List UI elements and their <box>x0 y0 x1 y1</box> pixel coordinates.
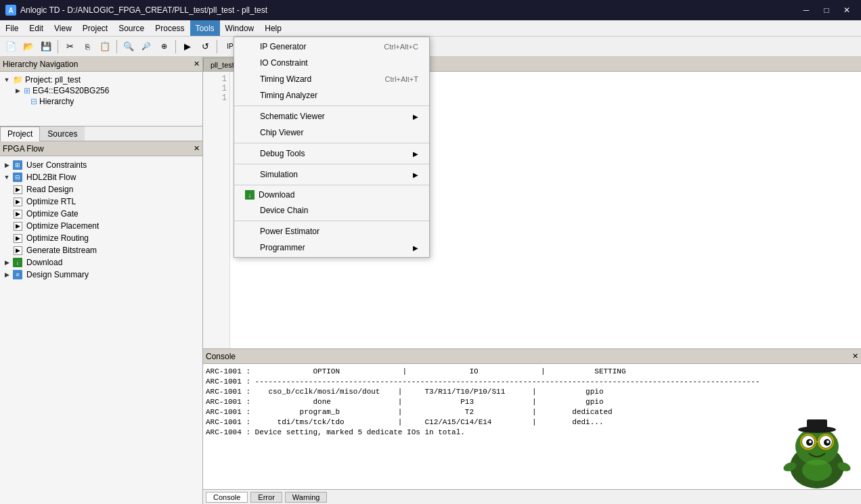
menu-project[interactable]: Project <box>77 20 113 36</box>
timing-wizard-label: Timing Wizard <box>260 74 311 84</box>
hierarchy-nav-close[interactable]: ✕ <box>194 60 200 68</box>
menu-item-download-left: ↓ Download <box>245 190 294 200</box>
hier-icon: ⊟ <box>30 97 37 106</box>
menu-item-schematic-viewer-left: Schematic Viewer <box>245 111 325 122</box>
menu-item-io-constraint[interactable]: IO Constraint <box>234 55 429 71</box>
menu-sep-5 <box>234 221 429 221</box>
generate-bitstream-icon: ▶ <box>14 246 22 255</box>
menu-sep-4 <box>234 185 429 185</box>
hdl2bit-label: HDL2Bit Flow <box>26 173 76 182</box>
expand-user-constraints: ▶ <box>3 162 11 168</box>
flow-optimize-gate[interactable]: ▶ Optimize Gate <box>0 208 202 220</box>
device-chain-icon <box>245 205 256 216</box>
console-tab-console[interactable]: Console <box>206 492 248 503</box>
menu-item-debug-tools[interactable]: Debug Tools ▶ <box>234 145 429 162</box>
read-design-icon: ▶ <box>14 185 22 194</box>
flow-design-summary[interactable]: ▶ ≡ Design Summary <box>0 269 202 281</box>
toolbar-new[interactable]: 📄 <box>3 39 19 55</box>
toolbar-save[interactable]: 💾 <box>38 39 54 55</box>
title-bar-left: A Anlogic TD - D:/ANLOGIC_FPGA_CREAT/PLL… <box>5 5 267 16</box>
simulation-label: Simulation <box>260 170 298 179</box>
menu-edit[interactable]: Edit <box>24 20 49 36</box>
menu-item-download[interactable]: ↓ Download <box>234 187 429 202</box>
console-line-4: ARC-1001 : done | P13 | gpio <box>206 397 858 407</box>
console-line-7: ARC-1004 : Device setting, marked 5 dedi… <box>206 428 858 438</box>
close-button[interactable]: ✕ <box>838 3 856 17</box>
menu-item-chip-viewer[interactable]: Chip Viewer <box>234 124 429 141</box>
toolbar-sep4 <box>217 40 217 53</box>
editor-line-numbers: 1 1 1 <box>203 72 230 348</box>
simulation-arrow: ▶ <box>413 171 418 179</box>
chip-viewer-label: Chip Viewer <box>260 128 303 137</box>
menu-window[interactable]: Window <box>220 20 260 36</box>
expand-download: ▶ <box>3 259 11 266</box>
generate-bitstream-label: Generate Bitstream <box>26 246 97 255</box>
console-tab-error[interactable]: Error <box>250 492 282 503</box>
menu-item-ip-generator[interactable]: IP Generator Ctrl+Alt+C <box>234 39 429 55</box>
menu-source[interactable]: Source <box>113 20 150 36</box>
tabs-row: Project Sources <box>0 127 202 141</box>
hier-label: Hierarchy <box>39 97 74 106</box>
tree-hierarchy[interactable]: ⊟ Hierarchy <box>0 96 202 107</box>
menu-item-programmer[interactable]: Programmer ▶ <box>234 239 429 256</box>
user-constraints-label: User Constraints <box>26 160 87 170</box>
menu-sep-1 <box>234 106 429 106</box>
flow-hdl2bit[interactable]: ▼ ⊟ HDL2Bit Flow <box>0 171 202 183</box>
download-label: Download <box>26 258 62 267</box>
flow-download[interactable]: ▶ ↓ Download <box>0 256 202 269</box>
toolbar-search[interactable]: 🔍 <box>120 39 137 55</box>
io-constraint-icon <box>245 58 256 68</box>
flow-user-constraints[interactable]: ▶ ⊞ User Constraints <box>0 159 202 171</box>
timing-analyzer-icon <box>245 90 256 101</box>
toolbar-paste[interactable]: 📋 <box>97 39 113 55</box>
menu-item-power-estimator[interactable]: Power Estimator <box>234 223 429 239</box>
menu-item-schematic-viewer[interactable]: Schematic Viewer ▶ <box>234 108 429 124</box>
toolbar-run[interactable]: ▶ <box>179 39 196 55</box>
chip-label: EG4::EG4S20BG256 <box>32 86 109 95</box>
optimize-rtl-icon: ▶ <box>14 198 22 206</box>
tab-sources[interactable]: Sources <box>40 127 85 141</box>
maximize-button[interactable]: □ <box>818 3 835 17</box>
flow-read-design[interactable]: ▶ Read Design <box>0 183 202 196</box>
menu-tools[interactable]: Tools <box>190 20 220 36</box>
menu-item-timing-analyzer[interactable]: Timing Analyzer <box>234 87 429 104</box>
tab-project[interactable]: Project <box>0 127 40 141</box>
toolbar-refresh[interactable]: ↺ <box>197 39 213 55</box>
menu-file[interactable]: File <box>0 20 24 36</box>
menu-item-simulation[interactable]: Simulation ▶ <box>234 166 429 183</box>
fpga-flow-content: ▶ ⊞ User Constraints ▼ ⊟ HDL2Bit Flow ▶ … <box>0 156 202 283</box>
tree-chip[interactable]: ▶ ⊞ EG4::EG4S20BG256 <box>0 85 202 96</box>
menu-item-timing-wizard[interactable]: Timing Wizard Ctrl+Alt+T <box>234 71 429 87</box>
hierarchy-navigation: Hierarchy Navigation ✕ ▼ 📁 Project: pll_… <box>0 57 202 127</box>
console-line-5: ARC-1001 : program_b | T2 | dedicated <box>206 407 858 417</box>
read-design-label: Read Design <box>26 185 73 194</box>
menu-item-chip-viewer-left: Chip Viewer <box>245 127 303 138</box>
toolbar-search2[interactable]: 🔎 <box>138 39 154 55</box>
tree-project-root[interactable]: ▼ 📁 Project: pll_test <box>0 74 202 85</box>
menu-item-timing-wizard-left: Timing Wizard <box>245 74 311 85</box>
toolbar-cut[interactable]: ✂ <box>62 39 78 55</box>
minimize-button[interactable]: ─ <box>797 3 815 17</box>
flow-optimize-routing[interactable]: ▶ Optimize Routing <box>0 232 202 244</box>
flow-generate-bitstream[interactable]: ▶ Generate Bitstream <box>0 244 202 256</box>
fpga-flow-close[interactable]: ✕ <box>194 144 200 153</box>
optimize-routing-label: Optimize Routing <box>26 233 89 243</box>
timing-wizard-icon <box>245 74 256 85</box>
toolbar-open[interactable]: 📂 <box>20 39 37 55</box>
hierarchy-nav-header: Hierarchy Navigation ✕ <box>0 57 202 72</box>
menu-item-device-chain[interactable]: Device Chain <box>234 202 429 219</box>
download-icon: ↓ <box>13 258 22 267</box>
console-tab-warning[interactable]: Warning <box>285 492 328 503</box>
console-close[interactable]: ✕ <box>852 352 858 361</box>
expand-design-summary: ▶ <box>3 271 11 278</box>
flow-optimize-rtl[interactable]: ▶ Optimize RTL <box>0 196 202 208</box>
menu-process[interactable]: Process <box>150 20 190 36</box>
menu-view[interactable]: View <box>49 20 77 36</box>
main-area: Hierarchy Navigation ✕ ▼ 📁 Project: pll_… <box>0 57 861 504</box>
flow-optimize-placement[interactable]: ▶ Optimize Placement <box>0 220 202 232</box>
toolbar-zoom[interactable]: ⊕ <box>156 39 172 55</box>
menu-item-power-estimator-left: Power Estimator <box>245 226 319 237</box>
menu-help[interactable]: Help <box>259 20 287 36</box>
menu-item-programmer-left: Programmer <box>245 242 305 253</box>
toolbar-copy[interactable]: ⎘ <box>79 39 95 55</box>
